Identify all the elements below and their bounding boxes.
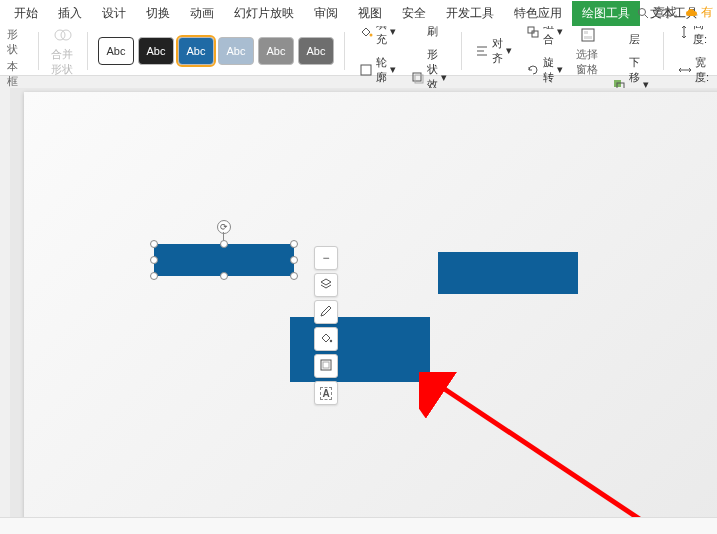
rotate-handle[interactable]: ⟳ xyxy=(217,220,231,234)
chevron-down-icon: ▾ xyxy=(557,25,563,38)
float-collapse-button[interactable]: − xyxy=(314,246,338,270)
merge-shapes-label: 合并形状 xyxy=(51,47,74,77)
tab-slideshow[interactable]: 幻灯片放映 xyxy=(224,1,304,26)
svg-rect-24 xyxy=(323,362,329,368)
pencil-icon xyxy=(319,304,333,321)
cloud-button[interactable]: 有 xyxy=(685,4,713,21)
svg-line-26 xyxy=(437,384,659,517)
float-fill-button[interactable] xyxy=(314,327,338,351)
paint-bucket-icon xyxy=(319,331,333,348)
svg-rect-13 xyxy=(582,29,594,41)
tab-insert[interactable]: 插入 xyxy=(48,1,92,26)
separator xyxy=(663,32,664,70)
tab-devtools[interactable]: 开发工具 xyxy=(436,1,504,26)
effect-icon xyxy=(410,70,424,84)
sel-handle-s[interactable] xyxy=(220,272,228,280)
annotation-arrow xyxy=(419,372,679,517)
sel-handle-ne[interactable] xyxy=(290,240,298,248)
svg-point-2 xyxy=(55,30,65,40)
float-text-button[interactable]: A xyxy=(314,381,338,405)
sel-handle-nw[interactable] xyxy=(150,240,158,248)
svg-rect-6 xyxy=(413,73,421,81)
shape-styles-gallery: Abc Abc Abc Abc Abc Abc xyxy=(98,37,334,65)
merge-shapes-icon[interactable] xyxy=(53,25,73,45)
separator xyxy=(344,32,345,70)
outline-button[interactable]: 轮廓 ▾ xyxy=(355,53,400,87)
separator xyxy=(461,32,462,70)
sel-handle-se[interactable] xyxy=(290,272,298,280)
style-preset-5[interactable]: Abc xyxy=(258,37,294,65)
svg-line-1 xyxy=(645,15,648,18)
chevron-down-icon: ▾ xyxy=(390,25,396,38)
search-label: 查找 xyxy=(653,4,677,21)
align-button[interactable]: 对齐 ▾ xyxy=(471,34,516,68)
tab-featured[interactable]: 特色应用 xyxy=(504,1,572,26)
layers-icon xyxy=(319,277,333,294)
slide[interactable]: ⟳ − xyxy=(24,92,717,517)
svg-rect-15 xyxy=(584,36,592,39)
rectangle-2[interactable] xyxy=(290,317,430,382)
svg-rect-7 xyxy=(415,75,423,83)
float-outline-button[interactable] xyxy=(314,354,338,378)
canvas-area[interactable]: ⟳ − xyxy=(10,88,717,517)
style-preset-2[interactable]: Abc xyxy=(138,37,174,65)
align-icon xyxy=(475,44,489,58)
cloud-icon xyxy=(685,6,699,20)
cloud-label: 有 xyxy=(701,4,713,21)
group-icon xyxy=(526,25,540,39)
height-icon xyxy=(678,25,690,39)
tab-drawing-tools[interactable]: 绘图工具 xyxy=(572,1,640,26)
text-icon: A xyxy=(320,387,331,400)
sel-handle-n[interactable] xyxy=(220,240,228,248)
tab-view[interactable]: 视图 xyxy=(348,1,392,26)
svg-point-3 xyxy=(61,30,71,40)
float-edit-button[interactable] xyxy=(314,300,338,324)
float-toolbar: − A xyxy=(314,246,338,405)
select-pane-label[interactable]: 选择窗格 xyxy=(576,47,599,77)
ribbon-toolbar: 辑形状 本框 合并形状 Abc Abc Abc Abc Abc Abc 填充 ▾… xyxy=(0,26,717,76)
rotate-label: 旋转 xyxy=(543,55,554,85)
search-button[interactable]: 查找 xyxy=(636,4,677,21)
tab-design[interactable]: 设计 xyxy=(92,1,136,26)
chevron-down-icon: ▾ xyxy=(441,71,447,84)
status-bar xyxy=(0,517,717,534)
width-icon xyxy=(678,63,692,77)
tab-security[interactable]: 安全 xyxy=(392,1,436,26)
style-preset-6[interactable]: Abc xyxy=(298,37,334,65)
rotate-button[interactable]: 旋转 ▾ xyxy=(522,53,567,87)
svg-rect-12 xyxy=(532,31,538,37)
svg-point-4 xyxy=(369,33,372,36)
rectangle-3[interactable] xyxy=(438,252,578,294)
svg-rect-5 xyxy=(361,65,371,75)
svg-rect-11 xyxy=(528,27,534,33)
separator xyxy=(38,32,39,70)
search-icon xyxy=(636,6,650,20)
select-pane-icon[interactable] xyxy=(578,25,598,45)
pen-icon xyxy=(359,63,373,77)
tab-transition[interactable]: 切换 xyxy=(136,1,180,26)
chevron-down-icon: ▾ xyxy=(506,44,512,57)
chevron-down-icon: ▾ xyxy=(557,63,563,76)
width-label: 宽度: xyxy=(695,55,709,85)
menu-bar: 开始 插入 设计 切换 动画 幻灯片放映 审阅 视图 安全 开发工具 特色应用 … xyxy=(0,0,717,26)
style-preset-4[interactable]: Abc xyxy=(218,37,254,65)
separator xyxy=(87,32,88,70)
style-preset-3-selected[interactable]: Abc xyxy=(178,37,214,65)
svg-rect-14 xyxy=(584,31,588,34)
chevron-down-icon: ▾ xyxy=(390,63,396,76)
tab-review[interactable]: 审阅 xyxy=(304,1,348,26)
tab-start[interactable]: 开始 xyxy=(4,1,48,26)
outline-label: 轮廓 xyxy=(376,55,387,85)
paint-bucket-icon xyxy=(359,25,373,39)
sel-handle-w[interactable] xyxy=(150,256,158,264)
rotate-icon xyxy=(526,63,540,77)
text-box-button[interactable]: 本框 xyxy=(7,59,25,89)
svg-point-0 xyxy=(639,8,646,15)
float-layer-button[interactable] xyxy=(314,273,338,297)
style-preset-1[interactable]: Abc xyxy=(98,37,134,65)
width-field[interactable]: 宽度: xyxy=(674,53,713,87)
tab-animation[interactable]: 动画 xyxy=(180,1,224,26)
sel-handle-sw[interactable] xyxy=(150,272,158,280)
sel-handle-e[interactable] xyxy=(290,256,298,264)
align-label: 对齐 xyxy=(492,36,503,66)
